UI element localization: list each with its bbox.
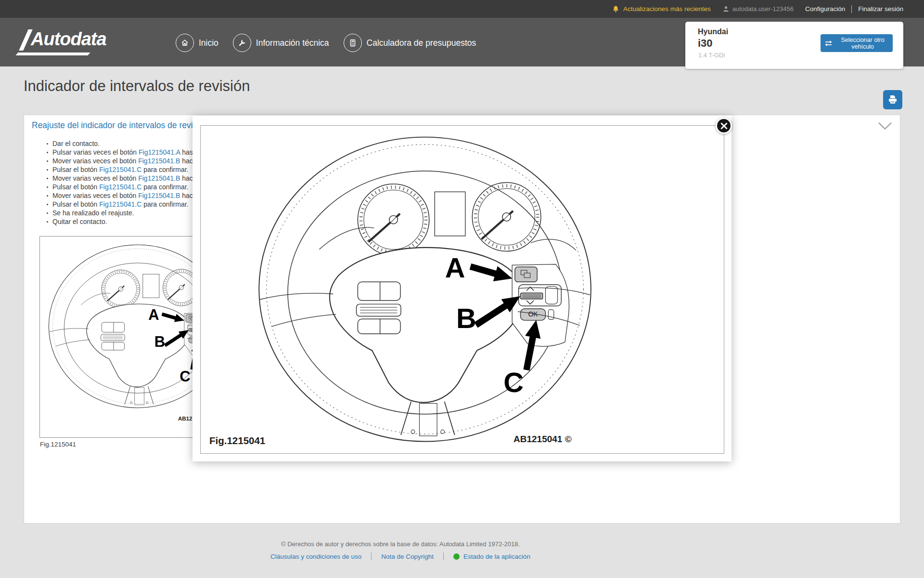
user-account[interactable]: autodata.user-123456 — [722, 5, 794, 13]
settings-link[interactable]: Configuración — [805, 5, 845, 13]
vehicle-card: Hyundai i30 1.4 T-GDi Seleccionar otro v… — [685, 22, 903, 69]
page-title: Indicador de intervalos de revisión — [24, 78, 250, 95]
print-button[interactable] — [883, 90, 902, 109]
username: autodata.user-123456 — [732, 5, 794, 13]
figure-link[interactable]: Fig1215041.C — [99, 200, 141, 208]
vehicle-engine: 1.4 T-GDi — [698, 52, 725, 59]
printer-icon — [887, 94, 898, 105]
terms-link[interactable]: Cláusulas y condiciones de uso — [270, 553, 361, 560]
step-item: Dar el contacto. — [47, 139, 195, 148]
autodata-logo[interactable]: Autodata — [24, 28, 106, 51]
modal-figure-label: Fig.1215041 — [209, 435, 265, 447]
copyright-note-link[interactable]: Nota de Copyright — [381, 553, 434, 560]
step-item: Pulsar el botón Fig1215041.C para confir… — [47, 200, 195, 209]
figure-link[interactable]: Fig1215041.C — [99, 166, 141, 173]
select-other-vehicle-label: Seleccionar otro vehículo — [836, 37, 889, 50]
home-icon — [176, 34, 194, 52]
swap-arrows-icon — [824, 39, 833, 48]
figure-link[interactable]: Fig1215041.B — [138, 157, 180, 165]
main-nav: Inicio Información técnica — [176, 34, 476, 52]
step-item: Mover varias veces el botón Fig1215041.B… — [47, 157, 195, 165]
modal-figure-credit: AB1215041 © — [513, 434, 572, 445]
figure-link[interactable]: Fig1215041.B — [138, 192, 180, 199]
vehicle-make: Hyundai — [698, 27, 728, 36]
topbar-divider — [851, 5, 852, 13]
user-icon — [722, 5, 730, 13]
footer: © Derechos de autor y derechos sobre la … — [0, 540, 801, 560]
step-item: Se ha realizado el reajuste. — [47, 209, 195, 217]
step-item: Pulsar el botón Fig1215041.C para confir… — [47, 183, 195, 191]
logout-link[interactable]: Finalizar sesión — [858, 5, 903, 13]
collapse-chevron-icon[interactable] — [878, 122, 892, 132]
nav-home-label: Inicio — [199, 38, 218, 48]
calculator-icon — [344, 34, 362, 52]
figure-link[interactable]: Fig1215041.C — [99, 183, 141, 191]
step-item: Mover varias veces el botón Fig1215041.B… — [47, 191, 195, 200]
top-bar: Actualizaciones más recientes autodata.u… — [0, 0, 924, 18]
nav-technical-info-label: Información técnica — [256, 38, 329, 48]
step-item: Pulsar el botón Fig1215041.C para confir… — [47, 165, 195, 174]
logo-swoosh — [15, 53, 90, 55]
status-green-dot-icon — [453, 553, 460, 560]
select-other-vehicle-button[interactable]: Seleccionar otro vehículo — [821, 34, 893, 52]
footer-divider — [371, 552, 372, 560]
copyright-text: © Derechos de autor y derechos sobre la … — [0, 540, 801, 548]
figure-modal-canvas: Fig.1215041 AB1215041 © — [200, 125, 724, 454]
wrench-icon — [233, 34, 251, 52]
nav-estimate-calculator-label: Calculadora de presupuestos — [367, 38, 476, 48]
step-item: Quitar el contacto. — [47, 217, 195, 226]
latest-updates-label: Actualizaciones más recientes — [623, 5, 711, 13]
footer-divider — [443, 552, 444, 560]
nav-home[interactable]: Inicio — [176, 34, 218, 52]
nav-technical-info[interactable]: Información técnica — [233, 34, 329, 52]
vehicle-model: i30 — [698, 37, 713, 50]
step-item: Mover varias veces el botón Fig1215041.B… — [47, 174, 195, 183]
figure-modal: Fig.1215041 AB1215041 © — [192, 116, 732, 461]
steering-wheel-figure-large — [250, 132, 602, 448]
latest-updates-link[interactable]: Actualizaciones más recientes — [612, 5, 711, 13]
bell-icon — [612, 5, 620, 13]
close-icon[interactable] — [716, 118, 732, 134]
figure-link[interactable]: Fig1215041.A — [139, 148, 180, 156]
section-heading: Reajuste del indicador de intervalos de … — [32, 120, 208, 131]
figure-caption: Fig.1215041 — [40, 441, 76, 448]
figure-link[interactable]: Fig1215041.B — [138, 174, 180, 182]
step-item: Pulsar varias veces el botón Fig1215041.… — [47, 148, 195, 157]
instruction-steps: Dar el contacto. Pulsar varias veces el … — [47, 139, 195, 226]
app-status-link[interactable]: Estado de la aplicación — [463, 553, 530, 560]
nav-estimate-calculator[interactable]: Calculadora de presupuestos — [344, 34, 476, 52]
logo-text: Autodata — [31, 28, 106, 50]
